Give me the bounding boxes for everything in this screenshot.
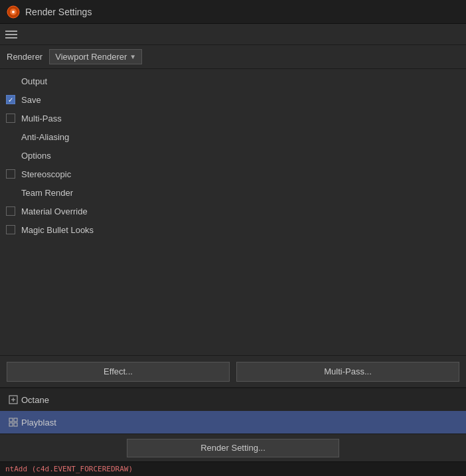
bottom-item-octane[interactable]: Octane: [0, 388, 466, 411]
svg-rect-8: [9, 423, 13, 426]
nav-item-label: Anti-Aliasing: [21, 132, 69, 142]
checkbox-cell: [0, 206, 21, 216]
bottom-item-playblast[interactable]: Playblast: [0, 411, 466, 434]
nav-item-label: Material Override: [21, 206, 88, 216]
multi-pass-button-label: Multi-Pass...: [324, 366, 372, 376]
nav-item-label: Save: [21, 95, 41, 105]
checkbox-cell: [0, 95, 21, 104]
nav-item-material-override[interactable]: Material Override: [0, 202, 466, 220]
nav-item-anti-aliasing[interactable]: Anti-Aliasing: [0, 127, 466, 146]
bottom-item-icon: [5, 395, 21, 404]
checkbox-empty[interactable]: [6, 225, 15, 234]
nav-item-output[interactable]: Output: [0, 72, 466, 90]
renderer-row: Renderer Viewport Renderer ▼: [0, 45, 466, 69]
nav-item-team-render[interactable]: Team Render: [0, 183, 466, 202]
hamburger-line-2: [5, 34, 17, 35]
title-bar: Render Settings: [0, 0, 466, 24]
nav-item-label: Options: [21, 151, 51, 161]
hamburger-menu[interactable]: [5, 31, 17, 39]
checkbox-cell: [0, 225, 21, 234]
nav-item-label: Multi-Pass: [21, 114, 62, 123]
renderer-label: Renderer: [7, 52, 42, 62]
bottom-item-label: Octane: [21, 395, 49, 405]
menu-bar: [0, 24, 466, 45]
app-icon: [7, 5, 20, 19]
nav-item-label: Magic Bullet Looks: [21, 225, 94, 235]
checkbox-cell: [0, 169, 21, 179]
svg-rect-6: [9, 418, 13, 422]
nav-item-options[interactable]: Options: [0, 146, 466, 165]
dropdown-arrow-icon: ▼: [129, 53, 136, 60]
nav-scroll-area: OutputSaveMulti-PassAnti-AliasingOptions…: [0, 69, 466, 355]
nav-item-multi-pass[interactable]: Multi-Pass: [0, 109, 466, 127]
checkbox-empty[interactable]: [6, 169, 15, 179]
hamburger-line-3: [5, 37, 17, 39]
render-setting-row: Render Setting...: [0, 434, 466, 461]
bottom-item-label: Playblast: [21, 418, 56, 428]
nav-item-label: Output: [21, 76, 47, 86]
effect-button-label: Effect...: [104, 366, 133, 376]
svg-point-2: [12, 11, 15, 13]
renderer-dropdown[interactable]: Viewport Renderer ▼: [49, 49, 142, 64]
checkbox-checked[interactable]: [6, 95, 15, 104]
render-setting-button-label: Render Setting...: [200, 443, 266, 453]
content-area: OutputSaveMulti-PassAnti-AliasingOptions…: [0, 69, 466, 476]
nav-item-magic-bullet-looks[interactable]: Magic Bullet Looks: [0, 220, 466, 239]
renderer-dropdown-value: Viewport Renderer: [55, 52, 127, 62]
nav-item-save[interactable]: Save: [0, 90, 466, 109]
bottom-list: OctanePlayblast: [0, 387, 466, 434]
svg-rect-7: [14, 418, 17, 422]
checkbox-empty[interactable]: [6, 206, 15, 216]
checkbox-cell: [0, 114, 21, 123]
render-settings-window: Render Settings Renderer Viewport Render…: [0, 0, 466, 476]
code-line-text: ntAdd (c4d.EVENT_FORCEREDRAW): [5, 465, 133, 473]
code-line: ntAdd (c4d.EVENT_FORCEREDRAW): [0, 461, 466, 476]
nav-item-stereoscopic[interactable]: Stereoscopic: [0, 165, 466, 183]
bottom-item-icon: [5, 418, 21, 427]
svg-rect-9: [14, 423, 17, 426]
nav-item-label: Stereoscopic: [21, 169, 71, 179]
nav-item-label: Team Render: [21, 188, 73, 198]
multi-pass-button[interactable]: Multi-Pass...: [236, 362, 459, 382]
buttons-row: Effect... Multi-Pass...: [0, 355, 466, 387]
expand-icon: [9, 395, 18, 404]
checkbox-empty[interactable]: [6, 114, 15, 123]
nav-list: OutputSaveMulti-PassAnti-AliasingOptions…: [0, 69, 466, 242]
hamburger-line-1: [5, 31, 17, 32]
window-title: Render Settings: [25, 7, 92, 17]
expand2-icon: [9, 418, 18, 427]
render-setting-button[interactable]: Render Setting...: [127, 439, 339, 457]
effect-button[interactable]: Effect...: [7, 362, 230, 382]
